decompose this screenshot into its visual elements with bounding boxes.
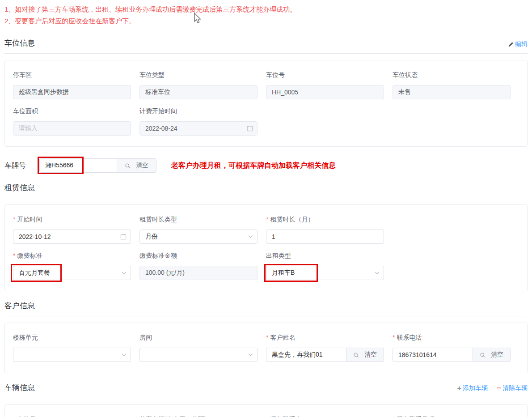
search-icon bbox=[353, 352, 359, 358]
note-line-2: 2、变更客户后对应的应收会挂在新客户下。 bbox=[4, 15, 528, 27]
grid-spacer bbox=[393, 216, 511, 244]
duration-type-label: 租赁时长类型 bbox=[139, 216, 258, 224]
customer-name-clear-button[interactable]: 清空 bbox=[346, 348, 384, 362]
parking-type-value: 标准车位 bbox=[145, 88, 170, 96]
room-select[interactable] bbox=[139, 348, 258, 362]
parking-size-label: 车位面积 bbox=[13, 107, 131, 115]
field-rent-type: 出租类型 月租车B bbox=[266, 252, 384, 280]
chevron-down-icon bbox=[248, 235, 253, 238]
add-vehicle-label: 添加车辆 bbox=[463, 384, 488, 392]
parking-number-value: HH_0005 bbox=[272, 89, 298, 96]
duration-value: 1 bbox=[272, 233, 275, 240]
pencil-icon bbox=[508, 42, 514, 47]
parking-section-title: 车位信息 bbox=[4, 38, 35, 48]
field-parking-status: 车位状态 未售 bbox=[393, 71, 511, 99]
parking-zone-value: 超级黑盒同步数据 bbox=[19, 88, 69, 96]
customer-panel: 楼栋单元 房间 客户姓名 黑盒先，再 bbox=[4, 323, 528, 373]
billing-start-input: 2022-08-24 bbox=[139, 121, 258, 136]
plus-icon: + bbox=[457, 384, 461, 393]
page: 1、如对接了第三方车场系统，出租、续租业务办理成功后需缴费完成后第三方系统才能办… bbox=[0, 0, 532, 417]
building-label: 楼栋单元 bbox=[13, 334, 131, 342]
field-customer-name: 客户姓名 黑盒先，再我们01 清空 bbox=[266, 334, 384, 362]
field-duration-type: 租赁时长类型 月份 bbox=[139, 216, 258, 244]
field-parking-number: 车位号 HH_0005 bbox=[266, 71, 384, 99]
rent-type-value: 月租车B bbox=[272, 269, 295, 277]
customer-phone-input[interactable]: 18673101614 bbox=[393, 348, 473, 362]
remove-vehicle-label: 清除车辆 bbox=[502, 384, 528, 392]
start-date-label: 开始时间 bbox=[13, 216, 131, 224]
field-fee-standard: 缴费标准 百元月套餐 bbox=[13, 252, 131, 280]
parking-zone-label: 停车区 bbox=[13, 71, 131, 79]
note-line-1: 1、如对接了第三方车场系统，出租、续租业务办理成功后需缴费完成后第三方系统才能办… bbox=[4, 4, 528, 15]
parking-number-label: 车位号 bbox=[266, 71, 384, 79]
field-start-date: 开始时间 2022-10-12 bbox=[13, 216, 131, 244]
customer-section-title: 客户信息 bbox=[4, 301, 35, 311]
field-parking-zone: 停车区 超级黑盒同步数据 bbox=[13, 71, 131, 99]
parking-zone-input: 超级黑盒同步数据 bbox=[13, 85, 131, 99]
fee-standard-label: 缴费标准 bbox=[13, 252, 131, 260]
search-icon bbox=[125, 163, 131, 169]
calendar-icon bbox=[247, 125, 253, 132]
parking-number-input: HH_0005 bbox=[266, 85, 384, 99]
start-date-value: 2022-10-12 bbox=[19, 233, 51, 240]
duration-input[interactable]: 1 bbox=[266, 230, 384, 244]
customer-name-input[interactable]: 黑盒先，再我们01 bbox=[266, 348, 346, 362]
parking-type-label: 车位类型 bbox=[139, 71, 258, 79]
chevron-down-icon bbox=[122, 353, 127, 357]
parking-status-label: 车位状态 bbox=[393, 71, 511, 79]
field-duration: 租赁时长（月） 1 bbox=[266, 216, 384, 244]
chevron-down-icon bbox=[375, 272, 380, 275]
start-date-input[interactable]: 2022-10-12 bbox=[13, 230, 131, 244]
remove-vehicle-button[interactable]: − 清除车辆 bbox=[497, 384, 528, 393]
parking-status-input: 未售 bbox=[393, 85, 511, 99]
field-customer-phone: 联系电话 18673101614 清空 bbox=[393, 334, 511, 362]
customer-phone-clear-button[interactable]: 清空 bbox=[473, 348, 511, 362]
field-room: 房间 bbox=[139, 334, 258, 362]
plate-lookup-annotation: 老客户办理月租，可根据车牌自动加载客户相关信息 bbox=[171, 161, 336, 170]
parking-status-value: 未售 bbox=[398, 88, 411, 96]
parking-section-header: 车位信息 编辑 bbox=[4, 35, 528, 54]
customer-phone-label: 联系电话 bbox=[393, 334, 511, 342]
chevron-down-icon bbox=[248, 353, 253, 357]
building-select[interactable] bbox=[13, 348, 131, 362]
vehicle-section-title: 车辆信息 bbox=[4, 383, 35, 393]
plate-lookup-row: 车牌号 湘H55666 清空 老客户办理月租，可根据车牌自动加载客户相关信息 bbox=[4, 158, 528, 173]
plate-lookup-input[interactable]: 湘H55666 bbox=[39, 158, 117, 173]
field-fee-amount: 缴费标准金额 100.00 (元/月) bbox=[139, 252, 258, 280]
billing-start-label: 计费开始时间 bbox=[139, 107, 258, 115]
top-notes: 1、如对接了第三方车场系统，出租、续租业务办理成功后需缴费完成后第三方系统才能办… bbox=[4, 3, 528, 29]
minus-icon: − bbox=[497, 384, 501, 393]
parking-size-placeholder: 请输入 bbox=[19, 124, 38, 132]
chevron-down-icon bbox=[122, 272, 127, 275]
field-billing-start: 计费开始时间 2022-08-24 bbox=[139, 107, 258, 136]
billing-start-value: 2022-08-24 bbox=[145, 125, 177, 132]
parking-panel: 停车区 超级黑盒同步数据 车位类型 标准车位 车位号 HH_0005 车位状态 bbox=[4, 60, 528, 147]
duration-label: 租赁时长（月） bbox=[266, 216, 384, 224]
fee-amount-label: 缴费标准金额 bbox=[139, 252, 258, 260]
fee-amount-value: 100.00 (元/月) bbox=[145, 269, 185, 277]
edit-button[interactable]: 编辑 bbox=[508, 40, 528, 48]
search-icon bbox=[480, 352, 486, 358]
rent-type-select[interactable]: 月租车B bbox=[266, 266, 384, 280]
fee-standard-value: 百元月套餐 bbox=[19, 269, 50, 277]
add-vehicle-button[interactable]: + 添加车辆 bbox=[457, 384, 488, 393]
edit-button-label: 编辑 bbox=[515, 40, 528, 48]
plate-lookup-group: 湘H55666 清空 bbox=[39, 158, 156, 173]
plate-lookup-clear-button[interactable]: 清空 bbox=[117, 158, 156, 173]
customer-section-header: 客户信息 bbox=[4, 298, 528, 316]
room-label: 房间 bbox=[139, 334, 258, 342]
lease-panel: 开始时间 2022-10-12 租赁时长类型 月份 bbox=[4, 204, 528, 291]
fee-amount-input: 100.00 (元/月) bbox=[139, 266, 258, 280]
customer-name-value: 黑盒先，再我们01 bbox=[272, 351, 323, 359]
fee-standard-select[interactable]: 百元月套餐 bbox=[13, 266, 131, 280]
parking-size-input: 请输入 bbox=[13, 121, 131, 136]
vehicle-section-header: 车辆信息 + 添加车辆 − 清除车辆 bbox=[4, 380, 528, 398]
customer-phone-clear-label: 清空 bbox=[491, 351, 503, 359]
field-parking-type: 车位类型 标准车位 bbox=[139, 71, 258, 99]
plate-lookup-value: 湘H55666 bbox=[45, 162, 73, 170]
plate-lookup-label: 车牌号 bbox=[4, 161, 26, 170]
customer-name-clear-label: 清空 bbox=[364, 351, 377, 359]
duration-type-select[interactable]: 月份 bbox=[139, 230, 258, 244]
field-building: 楼栋单元 bbox=[13, 334, 131, 362]
plate-lookup-clear-label: 清空 bbox=[136, 162, 148, 170]
